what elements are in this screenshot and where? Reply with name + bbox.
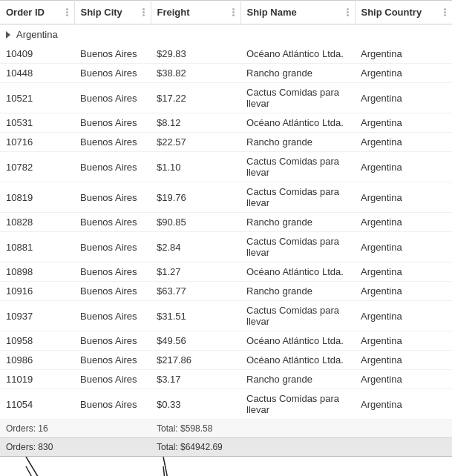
grand-total-row: Orders: 830Total: $64942.69 <box>0 438 452 457</box>
cell-shipcountry: Argentina <box>355 282 452 301</box>
cell-orderid: 10881 <box>0 232 74 262</box>
col-header-orderid[interactable]: Order ID <box>0 1 74 24</box>
cell-freight: $1.10 <box>151 152 240 182</box>
svg-line-0 <box>26 457 59 476</box>
grand-total-total: Total: $64942.69 <box>151 438 240 457</box>
cell-shipname: Cactus Comidas para llevar <box>240 232 355 262</box>
sort-icon-shipcity[interactable] <box>143 8 145 16</box>
table-row: 10916Buenos Aires$63.77Rancho grandeArge… <box>0 282 452 301</box>
table-row: 10881Buenos Aires$2.84Cactus Comidas par… <box>0 232 452 262</box>
svg-line-5 <box>163 466 169 476</box>
table-row: 10716Buenos Aires$22.57Rancho grandeArge… <box>0 133 452 152</box>
cell-orderid: 10531 <box>0 113 74 133</box>
cell-shipname: Océano Atlántico Ltda. <box>240 44 355 64</box>
cell-freight: $22.57 <box>151 133 240 152</box>
cell-shipcity: Buenos Aires <box>74 64 151 83</box>
table-row: 10986Buenos Aires$217.86Océano Atlántico… <box>0 351 452 370</box>
table-row: 10819Buenos Aires$19.76Cactus Comidas pa… <box>0 182 452 213</box>
cell-shipcity: Buenos Aires <box>74 282 151 301</box>
cell-freight: $90.85 <box>151 213 240 232</box>
cell-freight: $17.22 <box>151 83 240 113</box>
grand-total-shipcountry <box>355 438 452 457</box>
cell-orderid: 10521 <box>0 83 74 113</box>
cell-freight: $8.12 <box>151 113 240 133</box>
cell-orderid: 11019 <box>0 370 74 389</box>
table-row: 10898Buenos Aires$1.27Océano Atlántico L… <box>0 262 452 282</box>
cell-freight: $19.76 <box>151 182 240 213</box>
sort-icon-shipcountry[interactable] <box>444 8 446 16</box>
cell-shipcity: Buenos Aires <box>74 113 151 133</box>
cell-shipcity: Buenos Aires <box>74 370 151 389</box>
aggregate-total: Total: $598.58 <box>151 420 240 438</box>
cell-freight: $63.77 <box>151 282 240 301</box>
col-header-freight[interactable]: Freight <box>151 1 240 24</box>
sort-icon-orderid[interactable] <box>66 8 68 16</box>
cell-freight: $3.17 <box>151 370 240 389</box>
cell-shipcountry: Argentina <box>355 331 452 351</box>
cell-shipcity: Buenos Aires <box>74 83 151 113</box>
aggregate-orders: Orders: 16 <box>0 420 74 438</box>
sort-icon-freight[interactable] <box>232 8 235 16</box>
aggregate-shipname <box>240 420 355 438</box>
cell-shipname: Océano Atlántico Ltda. <box>240 262 355 282</box>
group-header-argentina[interactable]: Argentina <box>0 24 452 45</box>
cell-shipcountry: Argentina <box>355 64 452 83</box>
table-row: 10409Buenos Aires$29.83Océano Atlántico … <box>0 44 452 64</box>
cell-shipcity: Buenos Aires <box>74 232 151 262</box>
cell-orderid: 10898 <box>0 262 74 282</box>
group-chevron[interactable] <box>6 31 10 39</box>
table-row: 11054Buenos Aires$0.33Cactus Comidas par… <box>0 389 452 420</box>
cell-shipname: Rancho grande <box>240 133 355 152</box>
cell-shipcountry: Argentina <box>355 370 452 389</box>
data-table: Order ID Ship City <box>0 0 452 457</box>
group-aggregate-row: Orders: 16Total: $598.58 <box>0 420 452 438</box>
cell-shipcity: Buenos Aires <box>74 152 151 182</box>
table-row: 10521Buenos Aires$17.22Cactus Comidas pa… <box>0 83 452 113</box>
cell-shipname: Océano Atlántico Ltda. <box>240 351 355 370</box>
cell-shipname: Cactus Comidas para llevar <box>240 83 355 113</box>
cell-orderid: 10716 <box>0 133 74 152</box>
grand-total-shipname <box>240 438 355 457</box>
cell-orderid: 10819 <box>0 182 74 213</box>
cell-shipcountry: Argentina <box>355 262 452 282</box>
cell-shipcountry: Argentina <box>355 152 452 182</box>
aggregate-shipcity <box>74 420 151 438</box>
table-row: 10937Buenos Aires$31.51Cactus Comidas pa… <box>0 301 452 331</box>
col-header-shipcity[interactable]: Ship City <box>74 1 151 24</box>
cell-shipcity: Buenos Aires <box>74 44 151 64</box>
cell-freight: $29.83 <box>151 44 240 64</box>
cell-shipcountry: Argentina <box>355 389 452 420</box>
col-header-shipname[interactable]: Ship Name <box>240 1 355 24</box>
grand-total-orders: Orders: 830 <box>0 438 74 457</box>
table-row: 10828Buenos Aires$90.85Rancho grandeArge… <box>0 213 452 232</box>
cell-shipname: Océano Atlántico Ltda. <box>240 113 355 133</box>
cell-shipcountry: Argentina <box>355 113 452 133</box>
cell-shipcity: Buenos Aires <box>74 133 151 152</box>
cell-shipname: Rancho grande <box>240 213 355 232</box>
aggregate-shipcountry <box>355 420 452 438</box>
cell-shipcountry: Argentina <box>355 351 452 370</box>
cell-shipcity: Buenos Aires <box>74 331 151 351</box>
table-row: 10531Buenos Aires$8.12Océano Atlántico L… <box>0 113 452 133</box>
cell-shipname: Cactus Comidas para llevar <box>240 389 355 420</box>
sort-icon-shipname[interactable] <box>347 8 349 16</box>
cell-freight: $31.51 <box>151 301 240 331</box>
annotation-area: Aggregates for groups and per column <box>0 457 452 476</box>
cell-shipcountry: Argentina <box>355 83 452 113</box>
cell-shipcity: Buenos Aires <box>74 213 151 232</box>
cell-freight: $217.86 <box>151 351 240 370</box>
col-header-shipcountry[interactable]: Ship Country <box>355 1 452 24</box>
cell-shipcountry: Argentina <box>355 232 452 262</box>
table-row: 11019Buenos Aires$3.17Rancho grandeArgen… <box>0 370 452 389</box>
cell-shipcity: Buenos Aires <box>74 262 151 282</box>
table-row: 10448Buenos Aires$38.82Rancho grandeArge… <box>0 64 452 83</box>
svg-line-4 <box>26 466 56 476</box>
group-label-text: Argentina <box>16 29 58 40</box>
cell-shipname: Cactus Comidas para llevar <box>240 152 355 182</box>
cell-freight: $38.82 <box>151 64 240 83</box>
arrows-svg <box>0 457 452 476</box>
svg-line-2 <box>163 457 174 476</box>
cell-freight: $1.27 <box>151 262 240 282</box>
cell-shipcity: Buenos Aires <box>74 351 151 370</box>
cell-shipcity: Buenos Aires <box>74 301 151 331</box>
